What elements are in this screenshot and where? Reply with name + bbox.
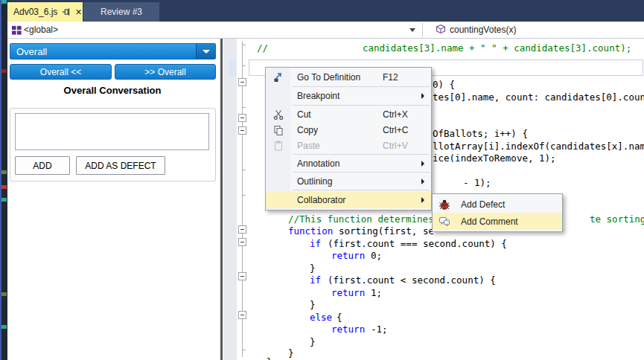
code-segment: } (310, 263, 316, 274)
document-tab-bar: Adv03_6.js × Review #3 (7, 0, 644, 22)
fold-collapse-toggle[interactable] (238, 311, 246, 319)
outline-tick (243, 195, 246, 196)
add-button[interactable]: ADD (15, 156, 70, 175)
fold-collapse-toggle[interactable] (238, 272, 246, 280)
menu-item-label: Annotation (297, 158, 339, 169)
overall-dropdown[interactable]: Overall (10, 43, 216, 60)
code-segment: else (310, 312, 332, 323)
menu-item-label: Add Comment (461, 216, 518, 227)
menu-item-go-to-definition[interactable]: Go To DefinitionF12 (266, 69, 431, 86)
menu-item-label: Add Defect (461, 199, 505, 210)
code-segment: -1; (371, 324, 388, 335)
menu-item-label: Go To Definition (297, 72, 360, 83)
overall-prev-button[interactable]: Overall << (10, 64, 112, 80)
strip-mark (1, 170, 7, 174)
paste-icon (272, 140, 284, 152)
breakpoint-margin[interactable] (223, 39, 237, 360)
comment-input[interactable] (15, 113, 209, 150)
code-segment: te sorting (590, 213, 644, 225)
submenu-arrow-icon (421, 179, 424, 184)
overall-next-button[interactable]: >> Overall (115, 64, 216, 80)
comment-icon (439, 216, 450, 228)
menu-shortcut: F12 (383, 72, 398, 83)
chevron-down-icon (203, 50, 210, 54)
pin-icon[interactable] (61, 7, 71, 17)
add-as-defect-button[interactable]: ADD AS DEFECT (76, 156, 165, 175)
code-segment: return (331, 287, 365, 298)
outline-tick (243, 350, 246, 350)
cut-icon (272, 109, 284, 120)
fold-collapse-toggle[interactable] (238, 126, 246, 135)
fold-collapse-toggle[interactable] (238, 225, 246, 234)
member-dropdown[interactable]: countingVotes(x) (450, 25, 516, 35)
tab-label: Adv03_6.js (13, 7, 57, 17)
code-segment: { (337, 312, 342, 323)
menu-item-label: Paste (297, 141, 320, 151)
code-segment: sorting(first, se (339, 225, 434, 237)
copy-icon (272, 124, 284, 136)
submenu-arrow-icon (421, 93, 424, 99)
menu-item-copy[interactable]: CopyCtrl+C (266, 122, 431, 138)
code-segment: return (331, 324, 365, 335)
current-line-margin-highlight (229, 60, 236, 76)
code-segment: } (267, 356, 272, 360)
menu-item-collaborator[interactable]: Collaborator (266, 191, 431, 208)
code-segment: OfBallots; i++) { (433, 128, 528, 139)
scope-dropdown[interactable]: <global> (24, 25, 58, 35)
menu-shortcut: Ctrl+X (383, 109, 408, 120)
outlining-guide-line (242, 42, 243, 357)
chevron-down-icon[interactable] (409, 28, 415, 32)
vs-review-window: Adv03_6.js × Review #3 <global> counting… (0, 0, 644, 360)
menu-separator (293, 172, 430, 173)
overall-dropdown-value: Overall (16, 46, 47, 57)
menu-separator (293, 105, 430, 106)
menu-item-add-defect[interactable]: Add Defect (433, 196, 562, 213)
method-cube-icon (435, 24, 447, 36)
code-segment: tes[0].name, count: candidates[0].count … (433, 91, 644, 103)
code-segment: 0) { (433, 79, 455, 90)
editor-navigation-bar: <global> countingVotes(x) (7, 22, 644, 39)
outline-tick (243, 45, 246, 45)
bug-icon (439, 199, 450, 210)
menu-separator (293, 190, 430, 190)
tab-review-3[interactable]: Review #3 (83, 2, 159, 22)
fold-collapse-toggle[interactable] (238, 78, 246, 86)
code-segment: ice(indexToRemove, 1); (433, 152, 556, 164)
strip-mark (1, 69, 7, 73)
strip-mark (1, 292, 7, 296)
menu-item-outlining[interactable]: Outlining (266, 173, 431, 189)
menu-item-label: Collaborator (297, 195, 345, 205)
menu-item-cut[interactable]: CutCtrl+X (266, 106, 431, 122)
menu-item-annotation[interactable]: Annotation (266, 155, 431, 171)
outline-tick (243, 65, 246, 66)
strip-mark (1, 325, 7, 329)
outline-tick (243, 107, 246, 108)
code-segment: candidates[3].name + " " + candidates[3]… (363, 42, 631, 54)
submenu-arrow-icon (421, 197, 424, 203)
fold-collapse-toggle[interactable] (238, 238, 246, 246)
fold-collapse-toggle[interactable] (238, 114, 246, 122)
tab-adv03-6-js[interactable]: Adv03_6.js × (7, 2, 83, 22)
code-segment: } (288, 347, 294, 359)
menu-shortcut: Ctrl+C (383, 125, 408, 135)
dropdown-arrow-button[interactable] (196, 44, 215, 59)
menu-item-label: Copy (297, 125, 318, 135)
menu-item-paste[interactable]: PasteCtrl+V (266, 138, 431, 153)
menu-separator (293, 154, 430, 155)
menu-item-add-comment[interactable]: Add Comment (433, 213, 562, 230)
code-segment: if (310, 274, 321, 286)
navbar-divider (422, 23, 423, 37)
menu-item-breakpoint[interactable]: Breakpoint (266, 88, 431, 104)
menu-item-label: Cut (297, 109, 311, 120)
menu-separator (293, 86, 430, 87)
code-segment: } (310, 299, 316, 310)
code-segment: 1; (371, 287, 382, 298)
code-segment: //This function determines (288, 213, 434, 225)
code-segment: } (310, 336, 316, 347)
code-segment: - 1); (463, 177, 491, 188)
review-panel: Overall Overall << >> Overall Overall Co… (7, 39, 217, 360)
goto-definition-icon (272, 71, 284, 83)
menu-item-label: Outlining (297, 176, 332, 187)
code-segment: (first.count < second.count) { (328, 274, 496, 286)
close-icon[interactable]: × (75, 7, 81, 16)
